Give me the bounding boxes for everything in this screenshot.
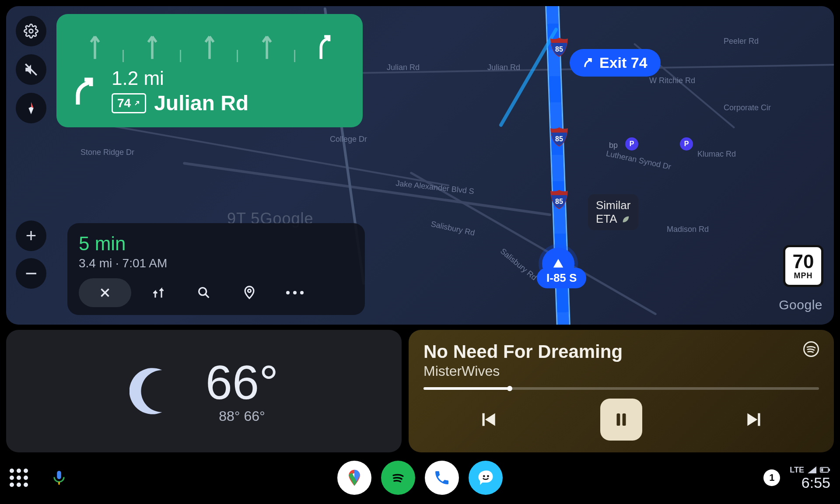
- phone-icon: [433, 469, 451, 486]
- svg-text:85: 85: [555, 46, 563, 53]
- minus-icon: −: [25, 267, 37, 280]
- spotify-icon: [388, 468, 408, 487]
- svg-point-3: [29, 29, 33, 33]
- alternate-routes-button[interactable]: [140, 278, 177, 307]
- dock-app-phone[interactable]: [425, 461, 459, 495]
- interstate-shield-icon: 85: [550, 126, 569, 147]
- compass-icon: [24, 101, 38, 116]
- track-artist: MisterWives: [424, 363, 623, 379]
- poi-parking-icon[interactable]: P: [680, 137, 693, 150]
- svg-rect-11: [57, 471, 61, 479]
- zoom-in-button[interactable]: +: [16, 220, 46, 251]
- interstate-shield-icon: 85: [550, 189, 569, 210]
- dock-app-waze[interactable]: [469, 461, 503, 495]
- pause-icon: [612, 410, 630, 429]
- battery-icon: [820, 466, 830, 474]
- road-label: College Dr: [330, 135, 367, 144]
- svg-marker-5: [28, 107, 33, 114]
- network-label: LTE: [790, 466, 804, 474]
- svg-text:85: 85: [555, 198, 563, 205]
- svg-rect-10: [623, 413, 626, 426]
- svg-rect-9: [616, 413, 620, 426]
- poi-label: bp: [609, 141, 618, 150]
- settings-button[interactable]: [16, 16, 46, 46]
- dock-bar: 1 LTE 6:55: [10, 456, 830, 500]
- track-title: No Need For Dreaming: [424, 341, 623, 362]
- compass-button[interactable]: [16, 93, 46, 123]
- plus-icon: +: [26, 227, 37, 245]
- more-icon: [286, 291, 304, 294]
- eta-card: 5 min 3.4 mi · 7:01 AM: [67, 223, 365, 315]
- spotify-icon: [803, 341, 819, 357]
- svg-point-14: [483, 475, 485, 477]
- svg-point-6: [199, 288, 206, 295]
- svg-point-7: [248, 289, 251, 292]
- zoom-out-button[interactable]: −: [16, 258, 46, 289]
- waze-icon: [476, 468, 495, 487]
- current-route-pill: I-85 S: [537, 268, 586, 288]
- exit-arrow-icon: [582, 57, 594, 69]
- clock: 6:55: [802, 475, 830, 490]
- media-card[interactable]: No Need For Dreaming MisterWives: [409, 330, 834, 452]
- more-button[interactable]: [276, 278, 313, 307]
- notification-count[interactable]: 1: [763, 469, 780, 486]
- close-icon: [98, 285, 112, 300]
- temp-high-low: 88° 66°: [219, 408, 265, 424]
- google-maps-icon: [345, 468, 364, 487]
- weather-card[interactable]: 66° 88° 66°: [6, 330, 402, 452]
- road-label: Julian Rd: [487, 63, 520, 72]
- turn-arrow-icon: [69, 76, 100, 107]
- assistant-button[interactable]: [51, 469, 67, 486]
- road-label: Klumac Rd: [697, 150, 736, 159]
- interstate-shield-icon: 85: [550, 37, 569, 58]
- road-label: Madison Rd: [667, 225, 709, 234]
- road-label: Lutheran Synod Dr: [605, 149, 672, 172]
- eta-time: 5 min: [79, 233, 126, 255]
- exit-chip: Exit 74: [570, 49, 661, 77]
- moon-icon: [130, 365, 182, 417]
- playback-progress[interactable]: [424, 387, 819, 390]
- speaker-muted-icon: [24, 62, 38, 77]
- road-label: Julian Rd: [387, 63, 420, 72]
- next-track-button[interactable]: [739, 404, 770, 435]
- road-label: Corporate Cir: [724, 103, 771, 112]
- routes-icon: [151, 285, 166, 300]
- direction-distance: 1.2 mi: [112, 67, 248, 89]
- road-label: Salisbury Rd: [498, 247, 539, 283]
- lane-guidance: [69, 24, 350, 62]
- mute-button[interactable]: [16, 54, 46, 85]
- road-label: W Ritchie Rd: [649, 76, 695, 85]
- status-area: LTE 6:55: [790, 466, 830, 490]
- direction-card: 1.2 mi 74 Julian Rd: [56, 14, 363, 127]
- search-icon: [196, 285, 211, 300]
- navigation-map[interactable]: Julian Rd Julian Rd Stone Ridge Dr Colle…: [6, 6, 834, 325]
- location-button[interactable]: [231, 278, 268, 307]
- similar-eta-badge: Similar ETA: [588, 194, 638, 230]
- signal-icon: [807, 466, 817, 474]
- svg-rect-18: [821, 468, 823, 471]
- previous-track-button[interactable]: [472, 404, 504, 435]
- road-label: Salisbury Rd: [430, 220, 476, 238]
- direction-road-name: Julian Rd: [154, 91, 248, 115]
- svg-text:85: 85: [555, 135, 563, 143]
- speed-limit-sign: 70 MPH: [783, 245, 823, 287]
- app-launcher-button[interactable]: [10, 469, 28, 487]
- pause-button[interactable]: [600, 399, 642, 441]
- leaf-icon: [621, 214, 630, 224]
- skip-next-icon: [744, 409, 766, 430]
- gear-icon: [24, 24, 38, 38]
- eta-details: 3.4 mi · 7:01 AM: [79, 256, 354, 270]
- poi-parking-icon[interactable]: P: [625, 137, 638, 150]
- svg-rect-17: [829, 469, 830, 471]
- road-label: Stone Ridge Dr: [80, 148, 134, 157]
- search-button[interactable]: [186, 278, 222, 307]
- skip-previous-icon: [477, 409, 499, 430]
- dock-app-spotify[interactable]: [381, 461, 415, 495]
- exit-number-badge: 74: [112, 93, 146, 113]
- dock-app-maps[interactable]: [337, 461, 371, 495]
- pin-icon: [242, 285, 257, 300]
- map-attribution: Google: [779, 298, 822, 312]
- current-temperature: 66°: [206, 358, 278, 406]
- svg-point-15: [487, 475, 489, 477]
- close-navigation-button[interactable]: [79, 278, 131, 307]
